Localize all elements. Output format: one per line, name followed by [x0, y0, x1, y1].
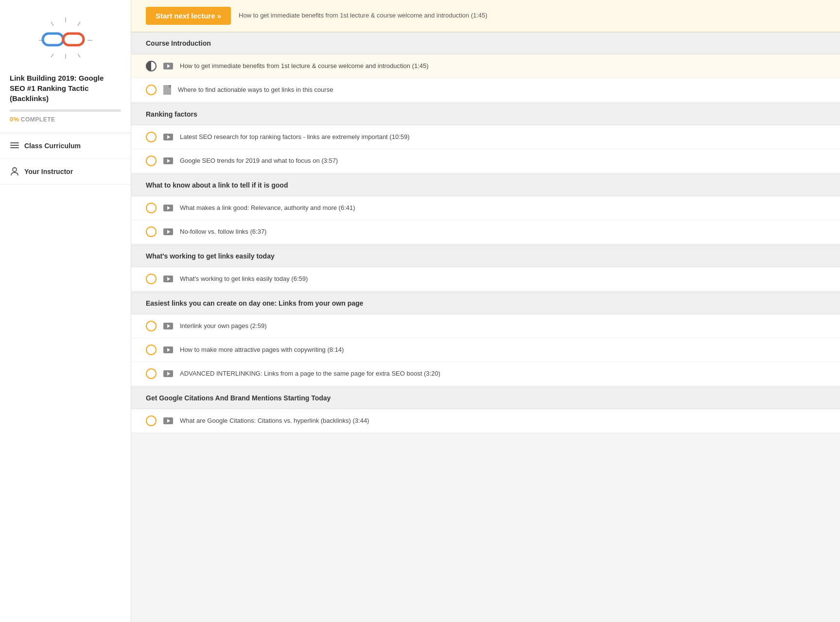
sidebar: Link Building 2019: Google SEO #1 Rankin… — [0, 0, 131, 622]
sidebar-navigation: Class Curriculum Your Instructor — [0, 133, 131, 185]
sections-container: Course IntroductionHow to get immediate … — [131, 32, 840, 433]
lecture-checkbox-lec-3[interactable] — [146, 132, 157, 142]
video-icon-lec-10 — [163, 370, 173, 377]
section-header-what-to-know: What to know about a link to tell if it … — [131, 174, 840, 196]
progress-text: 0%COMPLETE — [0, 116, 131, 123]
lecture-text-lec-6: No-follow vs. follow links (6:37) — [180, 227, 266, 236]
lecture-text-lec-3: Latest SEO research for top ranking fact… — [180, 133, 410, 141]
video-icon-lec-8 — [163, 323, 173, 329]
lecture-text-lec-8: Interlink your own pages (2:59) — [180, 322, 266, 330]
person-icon — [10, 167, 19, 176]
doc-icon-lec-2 — [163, 85, 171, 95]
complete-label: COMPLETE — [21, 116, 55, 123]
lecture-text-lec-7: What's working to get links easily today… — [180, 275, 308, 283]
video-icon-lec-9 — [163, 346, 173, 353]
lecture-item-lec-3[interactable]: Latest SEO research for top ranking fact… — [131, 125, 840, 149]
svg-rect-8 — [43, 34, 63, 45]
section-ranking-factors: Ranking factorsLatest SEO research for t… — [131, 103, 840, 173]
svg-line-1 — [78, 22, 80, 26]
lecture-checkbox-lec-10[interactable] — [146, 368, 157, 379]
section-what-to-know: What to know about a link to tell if it … — [131, 174, 840, 244]
lecture-checkbox-lec-4[interactable] — [146, 156, 157, 166]
video-icon-lec-6 — [163, 228, 173, 235]
lecture-text-lec-2: Where to find actionable ways to get lin… — [178, 86, 333, 94]
section-course-introduction: Course IntroductionHow to get immediate … — [131, 32, 840, 102]
svg-line-6 — [51, 54, 53, 57]
section-whats-working: What's working to get links easily today… — [131, 245, 840, 291]
video-icon-lec-7 — [163, 276, 173, 282]
svg-rect-9 — [63, 34, 84, 45]
lecture-checkbox-lec-9[interactable] — [146, 345, 157, 355]
lecture-checkbox-lec-8[interactable] — [146, 321, 157, 331]
start-banner-description: How to get immediate benefits from 1st l… — [239, 11, 488, 20]
video-icon-lec-1 — [163, 63, 173, 69]
video-icon-lec-3 — [163, 134, 173, 140]
lecture-item-lec-2[interactable]: Where to find actionable ways to get lin… — [131, 78, 840, 102]
svg-point-13 — [13, 168, 17, 172]
section-header-whats-working: What's working to get links easily today — [131, 245, 840, 267]
lecture-item-lec-11[interactable]: What are Google Citations: Citations vs.… — [131, 409, 840, 433]
svg-rect-10 — [10, 142, 19, 143]
lecture-checkbox-lec-5[interactable] — [146, 203, 157, 213]
lecture-text-lec-9: How to make more attractive pages with c… — [180, 346, 344, 354]
video-icon-lec-5 — [163, 205, 173, 211]
video-icon-lec-11 — [163, 417, 173, 424]
section-header-course-introduction: Course Introduction — [131, 32, 840, 54]
lecture-item-lec-8[interactable]: Interlink your own pages (2:59) — [131, 314, 840, 338]
course-logo — [27, 15, 105, 63]
lecture-text-lec-5: What makes a link good: Relevance, autho… — [180, 204, 355, 212]
lecture-checkbox-lec-2[interactable] — [146, 85, 157, 95]
your-instructor-label: Your Instructor — [24, 168, 73, 175]
start-next-lecture-banner: Start next lecture » How to get immediat… — [131, 0, 840, 32]
lecture-item-lec-1[interactable]: How to get immediate benefits from 1st l… — [131, 54, 840, 78]
lecture-text-lec-4: Google SEO trends for 2019 and what to f… — [180, 156, 338, 165]
lecture-item-lec-10[interactable]: ADVANCED INTERLINKING: Links from a page… — [131, 362, 840, 386]
section-header-easiest-links: Easiest links you can create on day one:… — [131, 292, 840, 314]
lecture-checkbox-lec-11[interactable] — [146, 415, 157, 426]
lecture-checkbox-lec-7[interactable] — [146, 274, 157, 284]
svg-rect-12 — [10, 147, 19, 148]
lecture-checkbox-lec-1[interactable] — [146, 61, 157, 71]
main-content: Start next lecture » How to get immediat… — [131, 0, 840, 622]
sidebar-item-your-instructor[interactable]: Your Instructor — [0, 159, 131, 185]
lecture-item-lec-5[interactable]: What makes a link good: Relevance, autho… — [131, 196, 840, 220]
lecture-item-lec-4[interactable]: Google SEO trends for 2019 and what to f… — [131, 149, 840, 173]
section-google-citations: Get Google Citations And Brand Mentions … — [131, 387, 840, 433]
svg-line-5 — [78, 54, 80, 57]
lecture-text-lec-1: How to get immediate benefits from 1st l… — [180, 62, 429, 70]
video-icon-lec-4 — [163, 157, 173, 164]
svg-rect-11 — [10, 145, 19, 146]
section-header-google-citations: Get Google Citations And Brand Mentions … — [131, 387, 840, 409]
sidebar-item-class-curriculum[interactable]: Class Curriculum — [0, 133, 131, 159]
progress-bar-container — [10, 109, 121, 112]
logo-area — [0, 10, 131, 73]
lecture-item-lec-6[interactable]: No-follow vs. follow links (6:37) — [131, 220, 840, 244]
list-icon — [10, 141, 19, 151]
lecture-text-lec-11: What are Google Citations: Citations vs.… — [180, 416, 369, 425]
svg-line-2 — [51, 22, 53, 26]
lecture-item-lec-9[interactable]: How to make more attractive pages with c… — [131, 338, 840, 362]
start-next-lecture-button[interactable]: Start next lecture » — [146, 7, 231, 25]
section-header-ranking-factors: Ranking factors — [131, 103, 840, 125]
course-title: Link Building 2019: Google SEO #1 Rankin… — [0, 73, 131, 104]
logo-svg — [29, 16, 102, 62]
lecture-text-lec-10: ADVANCED INTERLINKING: Links from a page… — [180, 369, 440, 378]
class-curriculum-label: Class Curriculum — [24, 142, 81, 150]
lecture-item-lec-7[interactable]: What's working to get links easily today… — [131, 267, 840, 291]
lecture-checkbox-lec-6[interactable] — [146, 226, 157, 237]
progress-percent: 0% — [10, 116, 19, 123]
section-easiest-links: Easiest links you can create on day one:… — [131, 292, 840, 386]
